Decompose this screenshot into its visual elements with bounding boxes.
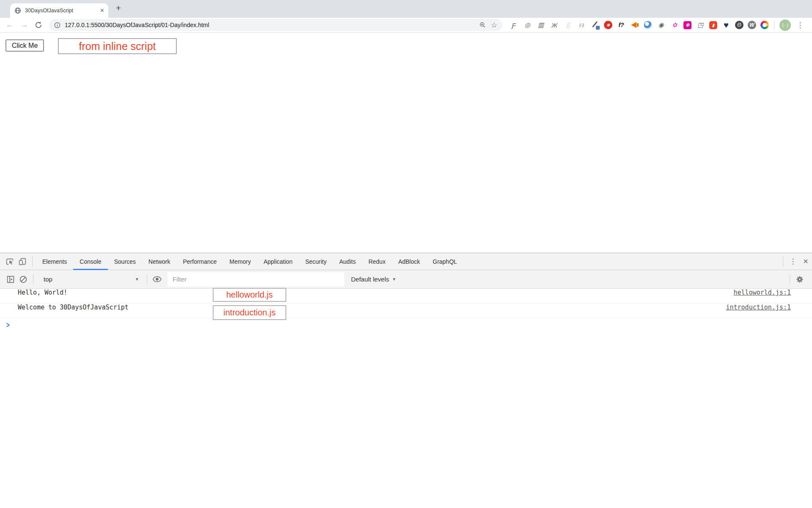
vertical-divider xyxy=(32,257,33,267)
info-icon[interactable] xyxy=(54,22,60,28)
bookmark-star-icon[interactable]: ☆ xyxy=(491,21,497,30)
console-log: Hello, World! helloworld.js helloworld.j… xyxy=(0,289,812,333)
bookmark-red-icon[interactable]: ▮ xyxy=(709,21,717,29)
filter-input[interactable] xyxy=(167,272,344,287)
reload-icon[interactable] xyxy=(33,19,44,30)
annotation-callout: helloworld.js xyxy=(213,288,286,302)
device-toolbar-icon[interactable] xyxy=(16,253,29,270)
grid-dots-icon[interactable]: ⣿ xyxy=(563,20,573,30)
address-bar[interactable]: 127.0.0.1:5500/30DaysOfJavaScript/01-Day… xyxy=(49,19,502,31)
tab-network[interactable]: Network xyxy=(142,253,176,270)
ext-glyph: ▥ xyxy=(538,21,544,29)
console-message-text: Welcome to 30DaysOfJavaScript xyxy=(18,304,129,311)
ext-glyph: Ƒ xyxy=(512,22,516,29)
console-message-row: Hello, World! helloworld.js helloworld.j… xyxy=(0,289,812,304)
chevron-down-icon: ▼ xyxy=(135,277,139,282)
eye-icon[interactable] xyxy=(151,274,163,284)
columns-icon[interactable]: ▥ xyxy=(536,20,546,30)
tab-console[interactable]: Console xyxy=(73,253,107,270)
page-content: Click Me from inline script xyxy=(0,33,812,253)
tab-graphql[interactable]: GraphQL xyxy=(426,253,464,270)
console-sidebar-icon[interactable] xyxy=(4,275,17,284)
console-prompt-row[interactable]: > xyxy=(0,318,812,333)
browser-menu-icon[interactable]: ⋮ xyxy=(796,21,804,30)
vertical-divider xyxy=(147,274,147,284)
click-me-button[interactable]: Click Me xyxy=(5,39,44,52)
eyedropper-icon[interactable] xyxy=(590,20,600,30)
devtools-close-icon[interactable]: × xyxy=(799,253,812,270)
log-levels-dropdown[interactable]: Default levels ▼ xyxy=(351,276,396,283)
profile-avatar[interactable]: {··} xyxy=(779,19,791,31)
fonts-script-icon[interactable]: Ƒ xyxy=(509,20,518,30)
megaphone-icon[interactable] xyxy=(630,20,639,30)
tab-redux[interactable]: Redux xyxy=(362,253,392,270)
color-ring-icon[interactable] xyxy=(760,21,769,29)
levels-label: Default levels xyxy=(351,276,389,283)
tab-audits[interactable]: Audits xyxy=(333,253,362,270)
extensions-bar: Ƒ ◎ ▥ Ж ⣿ (··) ✱ f? ◉ ✡ ✽ ◳ ▮ ♥ Θ W xyxy=(509,20,769,30)
braces-circle-icon[interactable]: (··) xyxy=(577,20,586,30)
ext-glyph: (··) xyxy=(579,23,583,28)
context-label: top xyxy=(44,276,52,283)
ext-glyph: ◉ xyxy=(658,21,664,29)
ext-glyph: ✽ xyxy=(686,22,689,28)
devtools-tab-bar: Elements Console Sources Network Perform… xyxy=(0,253,812,270)
clear-console-icon[interactable] xyxy=(17,275,30,284)
url-text[interactable]: 127.0.0.1:5500/30DaysOfJavaScript/01-Day… xyxy=(65,22,479,28)
console-toolbar: top ▼ Default levels ▼ xyxy=(0,270,812,289)
settings-gear-icon[interactable] xyxy=(793,275,806,284)
ext-glyph: f? xyxy=(618,22,624,28)
graphql-hexagram-icon[interactable]: ✡ xyxy=(670,20,679,30)
tab-sources[interactable]: Sources xyxy=(108,253,142,270)
orbit-icon[interactable]: ◎ xyxy=(523,20,532,30)
source-link[interactable]: introduction.js:1 xyxy=(726,304,791,311)
wappalyzer-icon[interactable]: W xyxy=(748,21,756,29)
stop-hand-icon[interactable]: ✱ xyxy=(604,21,612,29)
tab-elements[interactable]: Elements xyxy=(36,253,73,270)
tab-application[interactable]: Application xyxy=(257,253,299,270)
ext-glyph: ⣿ xyxy=(566,22,570,28)
inspect-element-icon[interactable] xyxy=(3,253,16,270)
browser-tab[interactable]: 30DaysOfJavaScript × xyxy=(10,3,108,18)
font-question-icon[interactable]: f? xyxy=(617,20,626,30)
devtools-menu-icon[interactable]: ⋮ xyxy=(787,253,799,270)
bug-icon[interactable]: Ж xyxy=(550,20,559,30)
ext-glyph: ✱ xyxy=(606,23,610,28)
pink-settings-icon[interactable]: ✽ xyxy=(683,21,691,29)
tab-security[interactable]: Security xyxy=(299,253,333,270)
annotation-callout: introduction.js xyxy=(213,305,286,320)
ghostery-icon[interactable]: Θ xyxy=(735,21,743,29)
context-selector[interactable]: top ▼ xyxy=(37,270,143,289)
tab-memory[interactable]: Memory xyxy=(223,253,258,270)
vertical-divider xyxy=(790,274,790,284)
new-tab-button[interactable]: + xyxy=(112,3,124,14)
forward-icon[interactable]: → xyxy=(19,19,30,30)
ext-glyph: ✡ xyxy=(672,21,677,29)
chevron-down-icon: ▼ xyxy=(392,277,396,282)
ext-glyph: ◳ xyxy=(697,21,703,29)
vertical-divider xyxy=(33,274,33,284)
ext-glyph: ▮ xyxy=(712,23,715,28)
camera-icon[interactable]: ◉ xyxy=(656,20,666,30)
source-link[interactable]: helloworld.js:1 xyxy=(734,289,791,296)
toolbar-divider xyxy=(774,20,774,30)
tab-adblock[interactable]: AdBlock xyxy=(392,253,426,270)
spacer xyxy=(464,253,779,270)
globe-favicon-icon xyxy=(14,7,21,14)
devtools-panel: Elements Console Sources Network Perform… xyxy=(0,253,812,508)
tab-close-icon[interactable]: × xyxy=(100,7,104,14)
heart-search-icon[interactable]: ♥ xyxy=(721,20,731,30)
tab-performance[interactable]: Performance xyxy=(176,253,223,270)
inline-script-banner: from inline script xyxy=(58,38,177,54)
ext-glyph: ◎ xyxy=(524,21,530,29)
tab-strip: 30DaysOfJavaScript × + xyxy=(0,0,812,18)
browser-toolbar: ← → 127.0.0.1:5500/30DaysOfJavaScript/01… xyxy=(0,18,812,33)
back-icon[interactable]: ← xyxy=(4,19,15,30)
ext-glyph: W xyxy=(749,22,754,28)
console-message-row: Welcome to 30DaysOfJavaScript introducti… xyxy=(0,304,812,318)
zoom-icon[interactable] xyxy=(479,22,486,28)
ext-glyph: Θ xyxy=(737,22,741,28)
swirl-icon[interactable] xyxy=(644,21,652,29)
tab-title: 30DaysOfJavaScript xyxy=(25,8,100,14)
tag-assistant-icon[interactable]: ◳ xyxy=(696,20,705,30)
